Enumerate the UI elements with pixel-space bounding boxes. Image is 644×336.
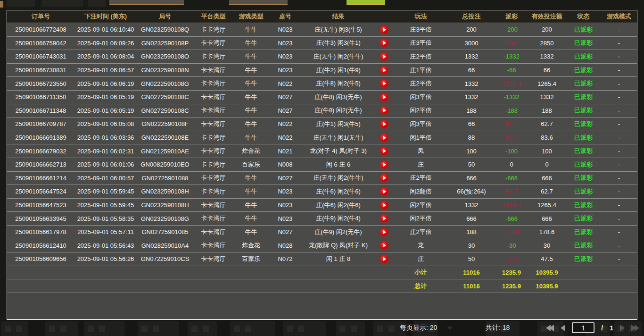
result-video-cell [375,50,394,63]
table-row[interactable]: 2509010566475242025-09-01 05:59:45GN0232… [7,185,637,199]
play-video-icon[interactable] [380,228,388,236]
valid-bet-amount: 178.6 [528,226,566,239]
result-video-cell [375,212,394,225]
total-row-spacer [233,279,269,293]
platform-type: 卡卡湾厅 [193,37,233,50]
table-row[interactable]: 2509010667724082025-09-01 06:10:40GN0232… [7,23,637,37]
bet-time: 2025-09-01 06:03:36 [74,131,137,144]
valid-bet-amount: 1332 [528,50,566,63]
valid-bet-amount: 1265.4 [528,199,566,212]
play-video-icon[interactable] [380,67,388,74]
table-row[interactable]: 2509010566339452025-09-01 05:58:35GN0232… [7,212,637,226]
play-video-icon[interactable] [380,242,388,249]
status-badge: 已派彩 [566,226,601,239]
payout: -1332 [495,50,528,63]
table-row[interactable]: 2509010566124102025-09-01 05:56:43GN0282… [7,239,637,253]
table-row[interactable]: 2509010666627132025-09-01 06:01:06GN0082… [7,158,637,172]
column-header-7: 结果 [302,10,375,23]
play-video-icon[interactable] [380,215,388,222]
table-row[interactable]: 2509010667308312025-09-01 06:06:57GN0232… [7,64,637,77]
platform-type: 卡卡湾厅 [193,77,233,90]
round-number: GN072259010CS [137,252,193,266]
status-badge: 已派彩 [566,185,601,198]
play-video-icon[interactable] [380,174,388,182]
last-page-button[interactable] [631,325,639,331]
table-row[interactable]: 2509010666913892025-09-01 06:03:36GN0222… [7,131,637,145]
table-row[interactable]: 2509010566475232025-09-01 05:59:45GN0232… [7,199,637,212]
result-video-cell [375,37,394,50]
play-video-icon[interactable] [380,255,388,263]
total-bet: 188 [448,104,495,118]
prev-page-button[interactable] [561,325,565,331]
game-type: 牛牛 [233,64,269,77]
play-video-icon[interactable] [380,93,388,101]
game-type: 牛牛 [233,37,269,50]
toolbar-ghost [7,0,35,7]
total-row-spacer [302,279,375,293]
ghost-tab [230,321,275,336]
table-number: N027 [269,91,302,104]
page-size-label[interactable]: 每页显示: 20 [400,324,437,332]
ghost-tab [1,321,28,336]
play-method: 凤 [394,144,448,158]
table-row[interactable]: 2509010566096562025-09-01 05:56:26GN0722… [7,252,637,266]
play-video-icon[interactable] [380,147,388,155]
result-video-cell [375,91,394,104]
table-row[interactable]: 2509010667113502025-09-01 06:05:19GN0272… [7,91,637,104]
payout: 0 [495,158,528,171]
play-video-icon[interactable] [380,26,388,34]
table-row[interactable]: 2509010667430312025-09-01 06:08:04GN0232… [7,50,637,64]
first-page-button[interactable] [546,325,554,331]
column-header-9: 玩法 [394,10,448,23]
table-row[interactable]: 2509010667235502025-09-01 06:06:19GN0222… [7,77,637,91]
table-row[interactable]: 2509010667113482025-09-01 06:05:19GN0272… [7,104,637,118]
bet-records-table: 订单号下注时间 (美东)局号平台类型游戏类型桌号结果玩法总投注派彩有效投注额状态… [7,10,637,320]
platform-type: 卡卡湾厅 [193,91,233,104]
play-video-icon[interactable] [380,120,388,128]
table-number: N022 [269,118,302,131]
total-row-spacer [601,279,637,293]
order-number: 250901066759042 [7,37,74,50]
play-video-icon[interactable] [380,80,388,87]
round-number: GN008259010EO [137,158,193,171]
subtotal-row-label: 小计 [394,266,448,279]
table-row[interactable]: 2509010566179782025-09-01 05:57:11GN0272… [7,226,637,239]
valid-bet-amount: 2850 [528,37,566,50]
table-row[interactable]: 2509010666612142025-09-01 06:00:57GN0272… [7,172,637,185]
total-bet: 50 [448,252,495,266]
play-video-icon[interactable] [380,202,388,209]
play-video-icon[interactable] [380,188,388,195]
game-mode: - [601,185,637,198]
page-size-dropdown-icon[interactable] [447,327,453,330]
toolbar-tab-button-1[interactable] [109,0,184,5]
table-row[interactable]: 2509010666790322025-09-01 06:02:31GN0212… [7,144,637,158]
next-page-button[interactable] [620,325,625,331]
play-video-icon[interactable] [380,134,388,142]
platform-type: 卡卡湾厅 [193,252,233,266]
bet-time: 2025-09-01 06:05:19 [74,91,137,104]
round-number: GN028259010A4 [137,239,193,252]
subtotal-row-spacer [193,266,233,279]
game-type: 牛牛 [233,131,269,144]
toolbar-tab-button-active[interactable] [347,0,385,5]
result: 庄(牛2) 闲1(牛9) [302,64,375,77]
status-badge: 已派彩 [566,252,601,266]
table-number: N023 [269,64,302,77]
total-row-spacer [193,279,233,293]
play-method: 闲3平倍 [394,91,448,104]
play-video-icon[interactable] [380,161,388,168]
play-video-icon[interactable] [380,39,388,47]
table-row[interactable]: 2509010667590422025-09-01 06:09:26GN0232… [7,37,637,50]
valid-bet-amount: 188 [528,104,566,118]
page-number-input[interactable] [572,322,594,333]
total-bet: 88 [448,131,495,144]
play-video-icon[interactable] [380,107,388,114]
play-method: 闲3平倍 [394,118,448,131]
toolbar-tab-button-2[interactable] [229,0,288,5]
table-row[interactable]: 2509010667097872025-09-01 06:05:08GN0222… [7,118,637,131]
total-row-payout: 1235.9 [495,279,528,293]
game-type: 百家乐 [233,252,269,266]
bet-time: 2025-09-01 05:56:26 [74,252,137,266]
subtotal-row-spacer [7,266,74,279]
play-video-icon[interactable] [380,53,388,60]
